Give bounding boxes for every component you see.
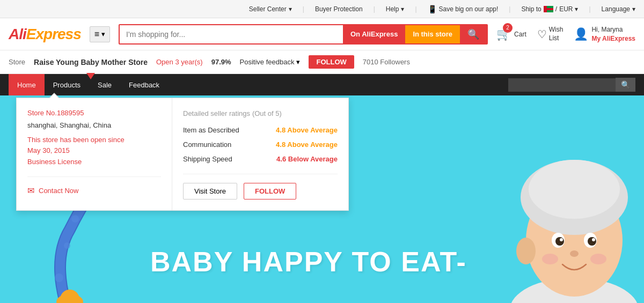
svg-point-19: [542, 254, 558, 264]
popup-actions: Visit Store FOLLOW: [183, 174, 338, 199]
followers-count: 7010 Followers: [363, 58, 410, 66]
store-nav-home[interactable]: Home: [9, 74, 45, 95]
ratings-subtitle: (Out of 5): [252, 109, 282, 117]
contact-label: Contact Now: [39, 187, 78, 195]
rating-label-ship: Shipping Speed: [183, 155, 247, 163]
top-navigation: Seller Center ▾ | Buyer Protection | Hel…: [0, 0, 644, 18]
rating-value-ship: 4.6 Below Average: [276, 155, 338, 163]
store-dropdown-arrow: [86, 73, 95, 79]
rating-label-item: Item as Described: [183, 126, 247, 134]
store-prefix-label: Store: [9, 58, 25, 66]
popup-left-panel: Store No.1889595 shanghai, Shanghai, Chi…: [17, 98, 172, 210]
wishlist-button[interactable]: ♡ Wish List: [537, 26, 564, 42]
search-input[interactable]: [120, 25, 343, 43]
save-app-link[interactable]: 📱 Save big on our app!: [428, 5, 499, 13]
user-icon: 👤: [574, 27, 588, 41]
open-since-date: May 30, 2015: [27, 146, 70, 154]
user-account-button[interactable]: 👤 Hi, Maryna My AliExpress: [574, 25, 635, 43]
user-greeting: Hi, Maryna: [591, 25, 635, 34]
heart-icon: ♡: [537, 28, 547, 41]
positive-feedback-label: Positive feedback: [240, 58, 295, 66]
store-open-badge: Open 3 year(s): [156, 58, 203, 66]
store-nav-products[interactable]: Products: [45, 74, 89, 95]
store-search-button[interactable]: 🔍: [616, 78, 635, 92]
user-account-label: My AliExpress: [591, 34, 635, 43]
store-name[interactable]: Raise Young Baby Mother Store: [34, 58, 148, 66]
tab-on-aliexpress[interactable]: On AliExpress: [343, 25, 405, 43]
popup-store-number: Store No.1889595: [27, 109, 161, 117]
ship-to-selector[interactable]: Ship to / EUR ▾: [521, 5, 578, 13]
seller-center-link[interactable]: Seller Center ▾: [249, 5, 292, 13]
rating-row-item-described: Item as Described 4.8 Above Average: [183, 126, 338, 134]
svg-point-14: [555, 237, 564, 246]
follow-store-button[interactable]: FOLLOW: [309, 55, 354, 69]
svg-point-1: [64, 242, 70, 249]
svg-point-20: [590, 254, 606, 264]
wishlist-line1: Wish: [549, 26, 564, 34]
rating-value-item: 4.8 Above Average: [276, 126, 338, 134]
baby-image: [504, 106, 644, 303]
svg-point-0: [55, 274, 63, 282]
language-selector[interactable]: Language ▾: [602, 5, 635, 13]
store-bar: Store Raise Young Baby Mother Store Open…: [0, 50, 644, 74]
svg-point-17: [592, 238, 595, 241]
main-header: AliExpress ≡ ▾ On AliExpress In this sto…: [0, 18, 644, 50]
popup-arrow: [49, 93, 60, 98]
store-search-input[interactable]: [508, 78, 616, 92]
search-icon: 🔍: [467, 28, 479, 40]
header-actions: 🛒 2 Cart ♡ Wish List 👤 Hi, Maryna My Ali…: [496, 25, 635, 43]
flag-belarus: [544, 6, 553, 12]
tab-in-store[interactable]: In this store: [405, 25, 460, 43]
rating-value-comm: 4.8 Above Average: [276, 141, 338, 149]
follow-popup-button[interactable]: FOLLOW: [244, 183, 296, 199]
cart-badge: 2: [503, 23, 513, 33]
menu-button[interactable]: ≡ ▾: [90, 26, 110, 42]
svg-point-18: [570, 250, 579, 257]
phone-icon: 📱: [428, 5, 437, 13]
aliexpress-logo[interactable]: AliExpress: [9, 26, 81, 43]
rating-label-comm: Communication: [183, 141, 247, 149]
search-bar: On AliExpress In this store 🔍: [119, 24, 488, 45]
store-info-popup: Store No.1889595 shanghai, Shanghai, Chi…: [16, 98, 349, 211]
rating-row-communication: Communication 4.8 Above Average: [183, 141, 338, 149]
wishlist-line2: List: [549, 34, 564, 43]
ratings-title: Detailed seller ratings (Out of 5): [183, 109, 338, 117]
popup-right-panel: Detailed seller ratings (Out of 5) Item …: [172, 98, 348, 210]
svg-point-15: [588, 237, 596, 246]
search-tabs: On AliExpress In this store: [343, 25, 460, 43]
popup-location: shanghai, Shanghai, China: [27, 121, 161, 129]
cart-label: Cart: [514, 31, 526, 38]
help-link[interactable]: Help ▾: [386, 5, 405, 13]
positive-feedback-dropdown[interactable]: Positive feedback ▾: [240, 58, 301, 66]
business-license-link[interactable]: Business License: [27, 158, 161, 166]
rating-row-shipping: Shipping Speed 4.6 Below Average: [183, 155, 338, 163]
search-button[interactable]: 🔍: [460, 25, 487, 43]
feedback-score: 97.9%: [211, 58, 231, 66]
banner-text: BABY HAPPY TO EAT-: [150, 246, 467, 278]
store-secondary-nav: Home Products Sale Feedback 🔍: [0, 74, 644, 95]
svg-point-2: [71, 215, 79, 223]
cart-button[interactable]: 🛒 2 Cart: [496, 27, 526, 41]
envelope-icon: ✉: [27, 186, 34, 196]
svg-point-16: [560, 238, 563, 241]
hamburger-icon: ≡: [94, 29, 99, 39]
visit-store-button[interactable]: Visit Store: [183, 183, 237, 199]
store-nav-feedback[interactable]: Feedback: [120, 74, 168, 95]
store-search: 🔍: [508, 78, 635, 92]
popup-open-since: This store has been open since May 30, 2…: [27, 135, 161, 156]
contact-now-button[interactable]: ✉ Contact Now: [27, 176, 161, 196]
buyer-protection-link[interactable]: Buyer Protection: [315, 5, 363, 13]
svg-point-11: [516, 238, 536, 264]
svg-point-10: [529, 160, 620, 219]
